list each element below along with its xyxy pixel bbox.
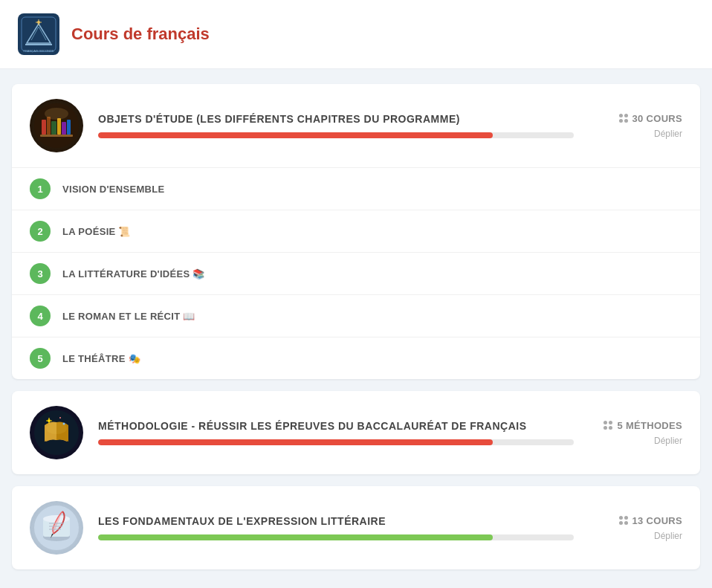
svg-point-16 [59, 417, 61, 419]
grid-icon-1 [619, 114, 628, 123]
section-header-2: MÉTHODOLOGIE - RÉUSSIR LES ÉPREUVES DU B… [12, 391, 700, 474]
svg-rect-6 [42, 120, 46, 135]
lesson-item-3[interactable]: 3 LA LITTÉRATURE D'IDÉES 📚 [12, 252, 700, 294]
lesson-number-3: 3 [30, 263, 51, 284]
svg-rect-7 [47, 117, 51, 135]
grid-icon-2 [603, 421, 612, 430]
progress-bar-2 [98, 439, 574, 445]
section-info-2: MÉTHODOLOGIE - RÉUSSIR LES ÉPREUVES DU B… [98, 420, 578, 445]
main-content: OBJETS D'ÉTUDE (LES DIFFÉRENTS CHAPITRES… [0, 69, 712, 584]
page-title: Cours de français [71, 25, 210, 44]
section-title-2: MÉTHODOLOGIE - RÉUSSIR LES ÉPREUVES DU B… [98, 420, 578, 432]
lesson-item-5[interactable]: 5 LE THÉÂTRE 🎭 [12, 337, 700, 379]
section-title-3: LES FONDAMENTAUX DE L'EXPRESSION LITTÉRA… [98, 515, 578, 527]
section-header-3: LES FONDAMENTAUX DE L'EXPRESSION LITTÉRA… [12, 486, 700, 569]
section-meta-2: 5 MÉTHODES Déplier [593, 420, 682, 446]
page-header: FRANÇAIS SECONDE Cours de français [0, 0, 712, 69]
section-meta-1: 30 COURS Déplier [593, 113, 682, 139]
lesson-item-2[interactable]: 2 LA POÉSIE 📜 [12, 210, 700, 252]
lesson-item-1[interactable]: 1 VISION D'ENSEMBLE [12, 167, 700, 210]
section-count-1: 30 COURS [619, 113, 682, 124]
lesson-number-1: 1 [30, 178, 51, 199]
section-count-2: 5 MÉTHODES [603, 420, 682, 431]
progress-fill-1 [98, 132, 493, 138]
title-prefix: Cours de [71, 25, 146, 43]
svg-rect-9 [57, 118, 61, 135]
section-info-1: OBJETS D'ÉTUDE (LES DIFFÉRENTS CHAPITRES… [98, 113, 578, 138]
svg-point-17 [46, 422, 67, 434]
lesson-title-4: LE ROMAN ET LE RÉCIT 📖 [62, 311, 195, 322]
section-title-1: OBJETS D'ÉTUDE (LES DIFFÉRENTS CHAPITRES… [98, 113, 578, 125]
section-fondamentaux: LES FONDAMENTAUX DE L'EXPRESSION LITTÉRA… [12, 486, 700, 569]
lesson-number-2: 2 [30, 221, 51, 242]
svg-rect-10 [62, 122, 66, 135]
section-icon-3 [30, 501, 83, 555]
site-logo: FRANÇAIS SECONDE [18, 13, 59, 55]
section-info-3: LES FONDAMENTAUX DE L'EXPRESSION LITTÉRA… [98, 515, 578, 540]
deplier-button-1[interactable]: Déplier [654, 129, 682, 139]
deplier-button-2[interactable]: Déplier [654, 436, 682, 446]
progress-bar-3 [98, 534, 574, 540]
lesson-title-1: VISION D'ENSEMBLE [62, 184, 165, 195]
lesson-item-4[interactable]: 4 LE ROMAN ET LE RÉCIT 📖 [12, 294, 700, 337]
svg-rect-5 [40, 135, 73, 137]
svg-text:FRANÇAIS SECONDE: FRANÇAIS SECONDE [23, 49, 54, 53]
title-highlight: français [146, 25, 209, 43]
section-icon-2 [30, 406, 83, 459]
section-objets-etude: OBJETS D'ÉTUDE (LES DIFFÉRENTS CHAPITRES… [12, 84, 700, 379]
svg-rect-11 [67, 120, 71, 135]
section-header-1: OBJETS D'ÉTUDE (LES DIFFÉRENTS CHAPITRES… [12, 84, 700, 167]
progress-bar-1 [98, 132, 574, 138]
lesson-title-3: LA LITTÉRATURE D'IDÉES 📚 [62, 268, 205, 280]
svg-point-12 [45, 108, 68, 120]
lesson-title-2: LA POÉSIE 📜 [62, 226, 131, 237]
section-methodologie: MÉTHODOLOGIE - RÉUSSIR LES ÉPREUVES DU B… [12, 391, 700, 474]
progress-fill-2 [98, 439, 493, 445]
lesson-number-4: 4 [30, 306, 51, 326]
deplier-button-3[interactable]: Déplier [654, 531, 682, 541]
section-count-3: 13 COURS [619, 515, 682, 526]
grid-icon-3 [619, 516, 628, 525]
section-meta-3: 13 COURS Déplier [593, 515, 682, 541]
section-icon-1 [30, 99, 83, 152]
progress-fill-3 [98, 534, 493, 540]
lesson-number-5: 5 [30, 348, 51, 369]
svg-rect-8 [51, 121, 56, 135]
lesson-title-5: LE THÉÂTRE 🎭 [62, 353, 140, 364]
